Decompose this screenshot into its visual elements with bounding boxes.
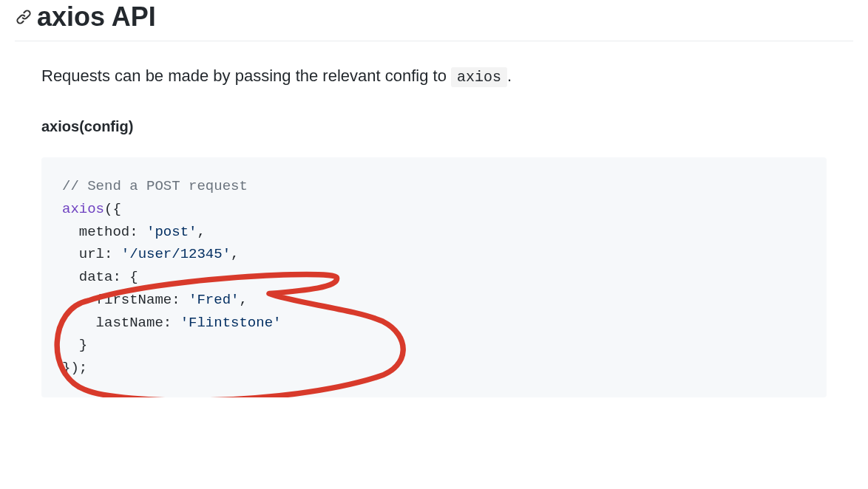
code-key-method: method (79, 224, 129, 240)
code-val-method: 'post' (146, 224, 197, 240)
method-signature: axios(config) (15, 118, 853, 135)
code-key-data: data (79, 269, 113, 285)
code-open: ({ (104, 201, 121, 217)
code-colon-2: : (104, 246, 112, 262)
link-icon-svg (16, 9, 32, 25)
code-comma-2: , (231, 246, 239, 262)
code-comma-1: , (197, 224, 205, 240)
intro-paragraph: Requests can be made by passing the rele… (15, 64, 853, 89)
code-block: // Send a POST request axios({ method: '… (41, 157, 827, 397)
code-colon-3: : (112, 269, 121, 285)
code-colon-5: : (163, 315, 172, 331)
code-comma-3: , (239, 292, 247, 308)
code-comment: // Send a POST request (62, 178, 248, 194)
code-block-wrapper: // Send a POST request axios({ method: '… (41, 157, 827, 397)
document-container: axios API Requests can be made by passin… (0, 0, 868, 412)
code-data-close: } (79, 337, 87, 353)
inline-code-axios: axios (451, 67, 507, 87)
code-fn-name: axios (62, 201, 104, 217)
page-title: axios API (37, 0, 156, 33)
code-key-lastname: lastName (96, 315, 163, 331)
intro-text-prefix: Requests can be made by passing the rele… (41, 66, 451, 85)
code-data-open: { (129, 269, 138, 285)
heading-row: axios API (15, 0, 853, 41)
code-colon-4: : (172, 292, 180, 308)
code-close: }); (62, 360, 87, 376)
code-colon-1: : (129, 224, 138, 240)
code-key-firstname: firstName (96, 292, 172, 308)
intro-text-suffix: . (507, 66, 512, 85)
link-icon[interactable] (15, 8, 33, 26)
code-val-url: '/user/12345' (121, 246, 231, 262)
code-val-lastname: 'Flintstone' (180, 315, 282, 331)
code-val-firstname: 'Fred' (189, 292, 239, 308)
code-key-url: url (79, 246, 104, 262)
